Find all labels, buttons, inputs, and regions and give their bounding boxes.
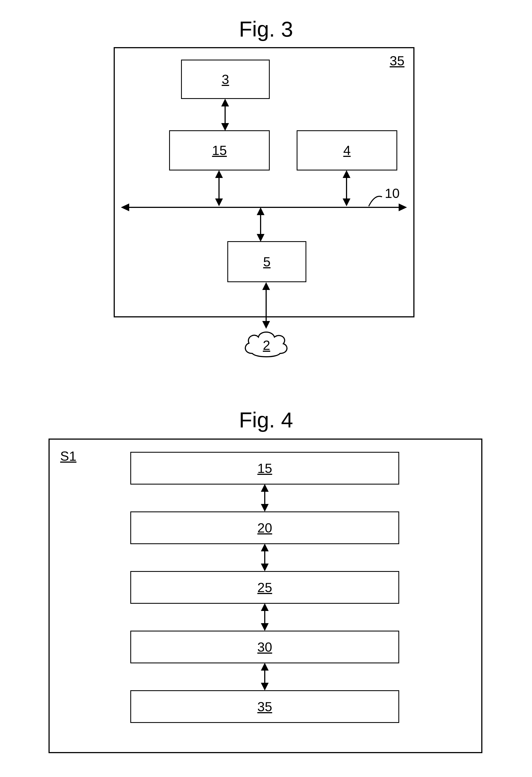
- svg-marker-29: [261, 683, 269, 690]
- fig4-arrow-30-35: [0, 0, 532, 777]
- fig4-box-35: 35: [130, 690, 399, 723]
- svg-marker-28: [261, 663, 269, 671]
- fig4-box-35-label: 35: [257, 699, 272, 714]
